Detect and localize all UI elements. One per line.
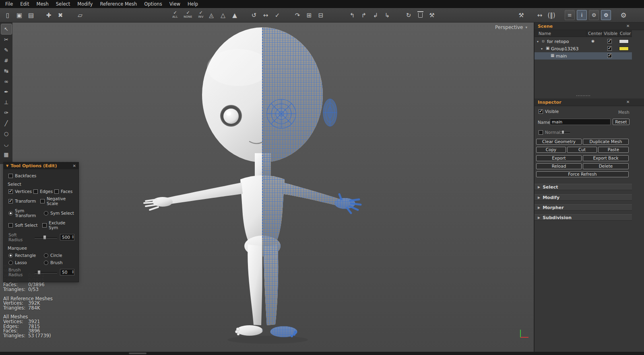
- soft-radius-slider[interactable]: [35, 235, 57, 240]
- extend-edges-icon[interactable]: ↔: [260, 10, 271, 21]
- delete-mesh-icon[interactable]: ✖: [55, 10, 66, 21]
- export-mesh-icon[interactable]: ▱: [75, 10, 85, 21]
- menu-help[interactable]: Help: [184, 0, 202, 8]
- center-indicator-icon[interactable]: ◉: [591, 39, 594, 43]
- exclude-sym-checkbox[interactable]: Exclude Sym: [42, 220, 74, 230]
- menu-select[interactable]: Select: [52, 0, 74, 8]
- circle-tool-icon[interactable]: ○: [1, 129, 12, 139]
- new-file-icon[interactable]: ▯: [2, 10, 13, 21]
- section-modify[interactable]: ▶ Modify: [535, 194, 632, 201]
- knife-tool-icon[interactable]: ╱: [1, 118, 12, 128]
- backfaces-checkbox[interactable]: Backfaces: [8, 173, 36, 178]
- collapse-edges-icon[interactable]: ⊟: [316, 10, 326, 21]
- pen-tool-icon[interactable]: ✒: [1, 87, 12, 97]
- grid-tool-icon[interactable]: ▦: [1, 150, 12, 160]
- bulldozer-icon[interactable]: ⚒: [516, 10, 526, 21]
- refresh-icon[interactable]: ↻: [403, 10, 414, 21]
- panel-tool-settings-toggle-icon[interactable]: ⚙: [601, 10, 611, 20]
- duplicate-mesh-button[interactable]: Duplicate Mesh: [583, 139, 629, 145]
- open-file-icon[interactable]: ▤: [26, 10, 36, 21]
- sym-select-radio[interactable]: Sym Select: [44, 211, 74, 215]
- visibility-checkbox[interactable]: [607, 39, 612, 43]
- reload-button[interactable]: Reload: [536, 163, 582, 169]
- reset-button[interactable]: Reset: [613, 119, 630, 125]
- normals-slider[interactable]: [560, 130, 570, 135]
- spin-quads-icon[interactable]: ↷: [292, 10, 303, 21]
- scissors-tool-icon[interactable]: ✂: [1, 35, 12, 45]
- lasso-radio[interactable]: Lasso: [8, 260, 44, 265]
- panel-info-toggle-icon[interactable]: i: [577, 10, 587, 20]
- arc-tool-icon[interactable]: ◡: [1, 139, 12, 149]
- vertices-checkbox[interactable]: Vertices: [8, 189, 33, 194]
- collapse-triangle-icon[interactable]: ▼: [6, 164, 8, 168]
- viewport-3d[interactable]: Perspective ▾: [0, 23, 534, 352]
- copy-button[interactable]: Copy: [536, 147, 566, 153]
- draw-tool-icon[interactable]: ✎: [1, 45, 12, 55]
- triangle-outline-icon[interactable]: △: [218, 10, 228, 21]
- panel-splitter[interactable]: [576, 95, 590, 96]
- mesh-name-input[interactable]: [550, 119, 611, 125]
- weld-tool-icon[interactable]: ∞: [1, 76, 12, 86]
- menu-edit[interactable]: Edit: [17, 0, 33, 8]
- add-mesh-icon[interactable]: ✚: [43, 10, 54, 21]
- tree-expand-icon[interactable]: ▾: [541, 47, 543, 51]
- transform-checkbox[interactable]: Transform: [8, 199, 40, 203]
- triangle-dashed-icon[interactable]: ◬: [206, 10, 217, 21]
- section-subdivision[interactable]: ▶ Subdivision: [535, 214, 632, 221]
- color-swatch[interactable]: [619, 47, 629, 51]
- clear-geometry-button[interactable]: Clear Geometry: [536, 139, 582, 145]
- rectangle-radio[interactable]: Rectangle: [8, 253, 44, 258]
- normals-checkbox[interactable]: Normals: [539, 130, 562, 135]
- cut-button[interactable]: Cut: [567, 147, 597, 153]
- export-button[interactable]: Export: [536, 155, 582, 161]
- select-none-button[interactable]: ✓ NONE: [182, 10, 194, 21]
- panel-list-toggle-icon[interactable]: ≡: [565, 10, 575, 20]
- color-swatch[interactable]: [619, 39, 629, 43]
- export-back-button[interactable]: Export Back: [583, 155, 629, 161]
- tree-row-for-retopo[interactable]: ▾ ▫ for retopo ◉: [535, 38, 632, 45]
- visibility-checkbox[interactable]: [607, 46, 612, 51]
- menu-mesh[interactable]: Mesh: [33, 0, 52, 8]
- character-model[interactable]: [0, 23, 534, 352]
- brush-radius-slider[interactable]: [35, 270, 57, 275]
- spinner-arrows[interactable]: [72, 235, 74, 239]
- tree-row-main[interactable]: ▦ main: [535, 52, 632, 60]
- tools-icon[interactable]: ⚒: [427, 10, 437, 21]
- save-file-icon[interactable]: ▣: [14, 10, 25, 21]
- bridge-tool-icon[interactable]: #: [1, 55, 12, 66]
- symmetry-icon[interactable]: ↺: [249, 10, 259, 21]
- paste-button[interactable]: Paste: [598, 147, 629, 153]
- sym-transform-radio[interactable]: Sym Transform: [8, 208, 44, 218]
- section-morpher[interactable]: ▶ Morpher: [535, 204, 632, 211]
- tree-row-group13263[interactable]: ▾ ▣ Group13263: [535, 45, 632, 52]
- snap-flip-icon[interactable]: ↲: [370, 10, 381, 21]
- section-select[interactable]: ▶ Select: [535, 184, 632, 190]
- close-icon[interactable]: ✕: [626, 24, 630, 28]
- slide-tool-icon[interactable]: ↹: [1, 66, 12, 76]
- trash-button[interactable]: [415, 10, 425, 21]
- tweak-tool-icon[interactable]: ✑: [1, 108, 12, 118]
- brush-radio[interactable]: Brush: [44, 260, 62, 265]
- tree-expand-icon[interactable]: ▾: [537, 40, 539, 43]
- menu-file[interactable]: File: [2, 0, 17, 8]
- edges-checkbox[interactable]: Edges: [33, 189, 54, 194]
- menu-reference-mesh[interactable]: Reference Mesh: [96, 0, 140, 8]
- projection-selector[interactable]: Perspective ▾: [495, 25, 527, 30]
- faces-checkbox[interactable]: Faces: [54, 189, 72, 194]
- soft-select-checkbox[interactable]: Soft Select: [8, 223, 42, 228]
- select-invert-button[interactable]: ✓ INV: [195, 10, 207, 21]
- expand-horizontal-icon[interactable]: ↔: [535, 10, 545, 21]
- force-refresh-button[interactable]: Force Refresh: [536, 171, 629, 177]
- menu-view[interactable]: View: [166, 0, 184, 8]
- visible-checkbox[interactable]: Visible: [539, 109, 559, 114]
- extrude-tool-icon[interactable]: ⊥: [1, 97, 12, 107]
- move-select-tool-icon[interactable]: ↖: [1, 24, 12, 34]
- snap-rotate-icon[interactable]: ↱: [359, 10, 369, 21]
- close-icon[interactable]: ✕: [626, 100, 630, 104]
- close-icon[interactable]: ✕: [73, 164, 76, 168]
- spinner-arrows[interactable]: [72, 270, 74, 274]
- menu-options[interactable]: Options: [140, 0, 165, 8]
- scrollbar-thumb[interactable]: [129, 353, 147, 354]
- menu-modify[interactable]: Modify: [74, 0, 96, 8]
- slider-handle[interactable]: [37, 270, 41, 275]
